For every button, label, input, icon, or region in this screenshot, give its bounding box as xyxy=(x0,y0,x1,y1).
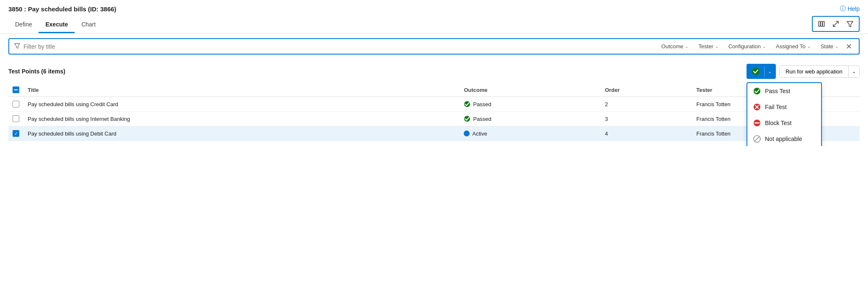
pass-icon xyxy=(464,101,470,107)
th-outcome: Outcome xyxy=(460,83,600,97)
assigned-to-dropdown[interactable]: Assigned To ⌄ xyxy=(772,42,815,51)
test-points-table: Title Outcome Order Tester Pay scheduled… xyxy=(8,83,860,141)
pass-test-button[interactable] xyxy=(747,65,764,78)
row-checkbox-cell-2: ✓ xyxy=(8,126,23,141)
filter-clear-button[interactable]: ✕ xyxy=(844,43,854,50)
row-checkbox-cell-0 xyxy=(8,97,23,112)
na-test-icon xyxy=(753,135,761,143)
configuration-label: Configuration xyxy=(728,43,761,50)
check-dropdown-menu: Pass Test Fail Test xyxy=(747,82,822,146)
block-test-item[interactable]: Block Test xyxy=(747,115,821,131)
filter-search-icon xyxy=(14,43,20,50)
pass-test-label: Pass Test xyxy=(765,88,790,94)
na-test-item[interactable]: Not applicable xyxy=(747,131,821,146)
row-order: 2 xyxy=(601,97,692,112)
tester-dropdown[interactable]: Tester ⌄ xyxy=(694,42,722,51)
filter-icon xyxy=(846,20,854,28)
tab-chart[interactable]: Chart xyxy=(75,17,102,33)
check-button-group: ⌄ xyxy=(747,64,776,79)
tab-actions-group xyxy=(812,16,860,32)
page-title: 3850 : Pay scheduled bills (ID: 3866) xyxy=(8,5,116,13)
pass-icon xyxy=(464,115,470,122)
help-link[interactable]: ⓘ Help xyxy=(840,5,860,13)
row-outcome: Active xyxy=(460,126,600,141)
content-area: Test Points (6 items) ⌄ Run for web appl… xyxy=(0,59,868,146)
tab-execute[interactable]: Execute xyxy=(39,17,75,33)
filter-input-area xyxy=(14,43,654,50)
filter-dropdowns: Outcome ⌄ Tester ⌄ Configuration ⌄ Assig… xyxy=(657,42,854,51)
outcome-label: Outcome xyxy=(661,43,684,50)
tester-chevron: ⌄ xyxy=(715,44,718,49)
filter-button[interactable] xyxy=(844,18,856,29)
tester-label: Tester xyxy=(698,43,713,50)
table-row: Pay scheduled bills using Internet Banki… xyxy=(8,112,860,126)
svg-line-4 xyxy=(836,21,838,24)
table-row: ✓Pay scheduled bills using Debit CardAct… xyxy=(8,126,860,141)
state-dropdown[interactable]: State ⌄ xyxy=(816,42,842,51)
svg-rect-1 xyxy=(821,21,822,26)
svg-rect-0 xyxy=(819,21,820,26)
th-title: Title xyxy=(23,83,460,97)
columns-icon xyxy=(818,20,825,28)
row-title[interactable]: Pay scheduled bills using Debit Card xyxy=(23,126,460,141)
expand-button[interactable] xyxy=(829,18,842,29)
tabs-bar: Define Execute Chart xyxy=(0,16,868,34)
table-header-row: Title Outcome Order Tester xyxy=(8,83,860,97)
configuration-dropdown[interactable]: Configuration ⌄ xyxy=(724,42,770,51)
row-checkbox[interactable] xyxy=(13,115,19,122)
active-icon xyxy=(464,131,470,136)
run-button-group: Run for web application ⌄ xyxy=(779,65,860,78)
row-title[interactable]: Pay scheduled bills using Credit Card xyxy=(23,97,460,112)
test-points-header: Test Points (6 items) ⌄ Run for web appl… xyxy=(8,64,860,79)
outcome-chevron: ⌄ xyxy=(685,44,688,49)
na-test-label: Not applicable xyxy=(765,136,802,142)
tab-define[interactable]: Define xyxy=(8,17,39,33)
select-all-checkbox[interactable] xyxy=(13,86,19,93)
header-actions: ⌄ Run for web application ⌄ Pass Test xyxy=(747,64,860,79)
state-chevron: ⌄ xyxy=(835,44,838,49)
fail-test-icon xyxy=(753,103,761,111)
row-outcome: Passed xyxy=(460,97,600,112)
svg-line-15 xyxy=(755,137,759,141)
row-checkbox-cell-1 xyxy=(8,112,23,126)
block-test-icon xyxy=(753,119,761,127)
svg-point-7 xyxy=(752,68,760,75)
filter-bar: Outcome ⌄ Tester ⌄ Configuration ⌄ Assig… xyxy=(8,38,860,55)
row-order: 4 xyxy=(601,126,692,141)
row-checkbox[interactable] xyxy=(13,101,19,107)
configuration-chevron: ⌄ xyxy=(762,44,766,49)
state-label: State xyxy=(821,43,833,50)
block-test-label: Block Test xyxy=(765,120,792,126)
filter-title-input[interactable] xyxy=(23,43,654,50)
assigned-to-label: Assigned To xyxy=(776,43,806,50)
page-header: 3850 : Pay scheduled bills (ID: 3866) ⓘ … xyxy=(0,0,868,16)
row-order: 3 xyxy=(601,112,692,126)
svg-marker-6 xyxy=(15,44,20,48)
fail-test-label: Fail Test xyxy=(765,104,787,110)
test-points-title: Test Points (6 items) xyxy=(8,68,65,75)
row-checkbox[interactable]: ✓ xyxy=(13,130,19,137)
pass-test-item[interactable]: Pass Test xyxy=(747,83,821,99)
pass-check-icon xyxy=(752,67,760,76)
run-web-app-button[interactable]: Run for web application xyxy=(780,66,849,77)
th-select-all xyxy=(8,83,23,97)
th-order: Order xyxy=(601,83,692,97)
help-icon: ⓘ xyxy=(840,5,846,13)
fail-test-item[interactable]: Fail Test xyxy=(747,99,821,115)
svg-line-3 xyxy=(833,24,836,26)
tabs-list: Define Execute Chart xyxy=(8,17,102,33)
assigned-to-chevron: ⌄ xyxy=(807,44,811,49)
row-outcome: Passed xyxy=(460,112,600,126)
columns-toggle-button[interactable] xyxy=(815,18,828,29)
pass-test-icon xyxy=(753,87,761,95)
row-title[interactable]: Pay scheduled bills using Internet Banki… xyxy=(23,112,460,126)
svg-rect-2 xyxy=(823,21,824,26)
check-dropdown-arrow[interactable]: ⌄ xyxy=(764,66,775,77)
outcome-dropdown[interactable]: Outcome ⌄ xyxy=(657,42,693,51)
svg-marker-5 xyxy=(847,21,853,27)
run-dropdown-arrow[interactable]: ⌄ xyxy=(849,66,859,77)
expand-icon xyxy=(832,20,840,28)
table-row: Pay scheduled bills using Credit CardPas… xyxy=(8,97,860,112)
